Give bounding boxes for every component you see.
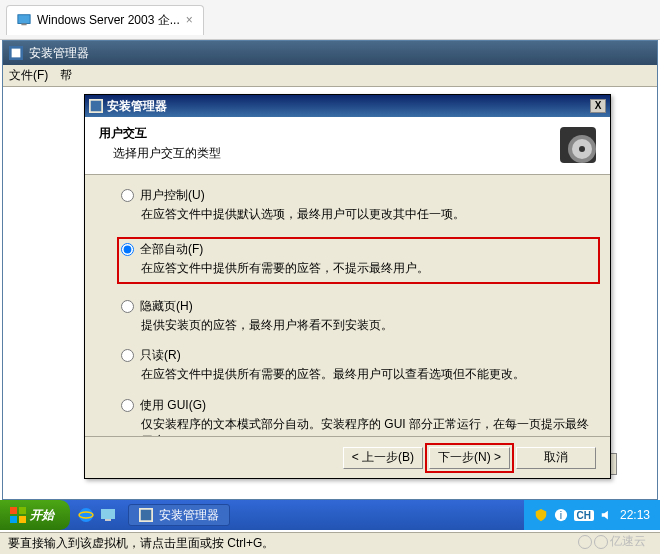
watermark-text: 亿速云 [610,533,646,550]
cancel-button[interactable]: 取消 [516,447,596,469]
browser-tab-bar: Windows Server 2003 企... × [0,0,660,40]
radio-read-only[interactable] [121,349,134,362]
radio-full-auto[interactable] [121,243,134,256]
label-use-gui: 使用 GUI(G) [140,397,206,414]
svg-rect-1 [21,24,26,26]
label-read-only: 只读(R) [140,347,181,364]
desktop-icon[interactable] [100,507,116,523]
desc-full-auto: 在应答文件中提供所有需要的应答，不提示最终用户。 [141,260,596,277]
label-user-control: 用户控制(U) [140,187,205,204]
option-read-only[interactable]: 只读(R) 在应答文件中提供所有需要的应答。最终用户可以查看选项但不能更改。 [121,347,600,383]
main-window-titlebar: 安装管理器 [3,41,657,65]
dialog-subheading: 选择用户交互的类型 [113,145,596,162]
desc-user-control: 在应答文件中提供默认选项，最终用户可以更改其中任一项。 [141,206,600,223]
close-button[interactable]: X [590,99,606,113]
menu-file[interactable]: 文件(F) [9,67,48,84]
tray-volume-icon[interactable] [600,508,614,522]
quick-launch [70,507,124,523]
option-user-control[interactable]: 用户控制(U) 在应答文件中提供默认选项，最终用户可以更改其中任一项。 [121,187,600,223]
option-hide-pages[interactable]: 隐藏页(H) 提供安装页的应答，最终用户将看不到安装页。 [121,298,600,334]
ie-icon[interactable] [78,507,94,523]
dialog-titlebar: 安装管理器 X [85,95,610,117]
svg-rect-13 [19,516,26,523]
main-menubar: 文件(F) 帮 [3,65,657,87]
taskbar-task[interactable]: 安装管理器 [128,504,230,526]
watermark: 亿速云 [578,533,646,550]
dialog-heading: 用户交互 [99,125,596,142]
radio-hide-pages[interactable] [121,300,134,313]
main-window-title: 安装管理器 [29,45,89,62]
label-hide-pages: 隐藏页(H) [140,298,193,315]
setup-icon [89,99,103,113]
browser-tab[interactable]: Windows Server 2003 企... × [6,5,204,35]
svg-point-14 [79,508,93,522]
svg-rect-0 [18,15,30,24]
dialog-footer: < 上一步(B) 下一步(N) > 取消 [85,436,610,478]
close-icon[interactable]: × [186,13,193,27]
radio-user-control[interactable] [121,189,134,202]
tab-title: Windows Server 2003 企... [37,12,180,29]
screen-icon [17,13,31,27]
desc-hide-pages: 提供安装页的应答，最终用户将看不到安装页。 [141,317,600,334]
svg-rect-16 [101,509,115,519]
svg-point-9 [579,146,585,152]
vm-status-bar: 要直接输入到该虚拟机，请点击里面或按 Ctrl+G。 亿速云 [0,532,660,554]
dialog-body: 用户控制(U) 在应答文件中提供默认选项，最终用户可以更改其中任一项。 全部自动… [85,175,610,474]
app-icon [9,46,23,60]
task-app-icon [139,508,153,522]
svg-text:i: i [559,509,561,521]
vm-status-text: 要直接输入到该虚拟机，请点击里面或按 Ctrl+G。 [8,535,274,552]
tray-shield-icon[interactable] [534,508,548,522]
taskbar: 开始 安装管理器 i CH 22:13 [0,500,660,530]
tray-clock[interactable]: 22:13 [620,508,650,522]
dialog-header: 用户交互 选择用户交互的类型 [85,117,610,175]
setup-dialog: 安装管理器 X 用户交互 选择用户交互的类型 用户控制(U) 在应答文件中提供默… [84,94,611,479]
tray-lang[interactable]: CH [574,510,594,521]
svg-rect-17 [105,519,111,521]
start-button[interactable]: 开始 [0,500,70,530]
menu-help[interactable]: 帮 [60,67,72,84]
dialog-title: 安装管理器 [107,98,590,115]
tray-info-icon[interactable]: i [554,508,568,522]
label-full-auto: 全部自动(F) [140,241,203,258]
taskbar-task-title: 安装管理器 [159,507,219,524]
svg-rect-10 [10,507,17,514]
svg-rect-19 [141,510,152,521]
svg-rect-3 [12,49,21,58]
radio-use-gui[interactable] [121,399,134,412]
svg-rect-11 [19,507,26,514]
svg-rect-5 [91,101,102,112]
next-button[interactable]: 下一步(N) > [429,447,510,469]
start-label: 开始 [30,507,54,524]
option-full-auto[interactable]: 全部自动(F) 在应答文件中提供所有需要的应答，不提示最终用户。 [117,237,600,284]
desc-read-only: 在应答文件中提供所有需要的应答。最终用户可以查看选项但不能更改。 [141,366,600,383]
back-button[interactable]: < 上一步(B) [343,447,423,469]
system-tray: i CH 22:13 [524,500,660,530]
cd-icon [558,125,598,165]
svg-rect-12 [10,516,17,523]
windows-logo-icon [10,507,26,523]
